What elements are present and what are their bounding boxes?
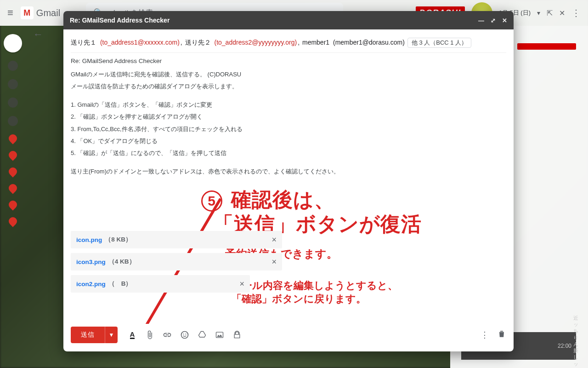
gmail-logo[interactable]: M Gmail [21, 6, 60, 19]
recipients-row[interactable]: 送り先１ (to_address1@xxxxxx.com), 送り先２ (to_… [71, 35, 506, 53]
attachment-chip[interactable]: icon2.png （ B） × [71, 275, 250, 293]
compose-toolbar: 送信 ▼ A ⋮ [63, 324, 514, 351]
gmail-m-icon: M [21, 6, 34, 19]
svg-point-2 [181, 332, 188, 339]
attachment-size: （4 KB） [108, 258, 136, 266]
send-button-group: 送信 ▼ [71, 327, 118, 343]
event-time: 22:00 [558, 343, 571, 349]
svg-point-3 [183, 334, 184, 334]
discard-icon[interactable] [497, 329, 506, 341]
attachment-size: （ B） [108, 280, 132, 288]
attachment-list: icon.png （8 KB） × icon3.png （4 KB） × ico… [71, 231, 506, 293]
rail-label-icon[interactable] [7, 132, 18, 144]
rail-label-icon[interactable] [7, 166, 18, 177]
rail-item[interactable] [8, 61, 18, 71]
annotation-step-number: 5 [201, 190, 222, 212]
more-options-icon[interactable]: ⋮ [481, 330, 489, 340]
image-icon[interactable] [215, 330, 224, 339]
recipient-email: (to_address2@yyyyyyyy.org) [215, 39, 297, 46]
other-recipients-badge[interactable]: 他 3 人（BCC 1 人） [407, 38, 471, 48]
recipient-email: (member1@dorasu.com) [333, 39, 405, 46]
rail-label-icon[interactable] [7, 182, 18, 194]
minimize-icon[interactable]: — [478, 17, 484, 24]
remove-attachment-icon[interactable]: × [239, 279, 244, 289]
attachment-chip[interactable]: icon3.png （4 KB） × [71, 253, 282, 270]
rail-label-icon[interactable] [7, 215, 18, 227]
back-arrow-icon[interactable]: ← [33, 29, 43, 40]
compose-fab[interactable] [4, 34, 22, 52]
attachment-size: （8 KB） [105, 236, 132, 244]
close-icon[interactable]: ✕ [559, 9, 565, 17]
attachment-name: icon3.png [76, 259, 106, 265]
rail-label-icon[interactable] [7, 149, 18, 161]
send-button[interactable]: 送信 [71, 327, 105, 343]
popout-icon[interactable]: ⇱ [547, 9, 553, 17]
create-bar[interactable] [517, 43, 576, 50]
attachment-name: icon.png [76, 236, 102, 243]
attachment-chip[interactable]: icon.png （8 KB） × [71, 231, 282, 248]
rail-item[interactable] [8, 116, 18, 126]
link-icon[interactable] [163, 330, 172, 339]
format-icon[interactable]: A [128, 330, 137, 339]
menu-icon[interactable]: ≡ [7, 7, 13, 19]
recipient-email: (to_address1@xxxxxx.com) [100, 39, 180, 46]
gmail-text: Gmail [36, 8, 60, 18]
rail-item[interactable] [8, 98, 18, 108]
dialog-titlebar[interactable]: Re: GMailSend Address Checker — ⤢ ✕ [63, 11, 514, 29]
send-more-button[interactable]: ▼ [105, 327, 118, 343]
dialog-title: Re: GMailSend Address Checker [70, 17, 170, 24]
compose-dialog: Re: GMailSend Address Checker — ⤢ ✕ 送り先１… [63, 11, 514, 351]
remove-attachment-icon[interactable]: × [271, 235, 277, 245]
close-icon[interactable]: ✕ [502, 17, 507, 24]
kebab-icon[interactable]: ⋮ [571, 7, 581, 18]
mail-body[interactable]: GMailのメール送信時に宛先を確認後、送信する。 (C)DORASU メール誤… [71, 68, 506, 179]
svg-point-4 [186, 334, 187, 334]
left-rail [0, 26, 26, 368]
side-vertical-text: 近ッちりん新しッ [573, 315, 588, 368]
emoji-icon[interactable] [180, 330, 189, 339]
rail-item[interactable] [8, 79, 18, 89]
attach-icon[interactable] [145, 330, 154, 339]
rail-label-icon[interactable] [7, 199, 18, 210]
remove-attachment-icon[interactable]: × [271, 257, 277, 267]
drive-icon[interactable] [198, 330, 207, 339]
chevron-down-icon[interactable]: ▾ [537, 9, 540, 17]
attachment-name: icon2.png [76, 281, 106, 288]
restore-icon[interactable]: ⤢ [491, 17, 496, 24]
confidential-icon[interactable] [232, 330, 242, 339]
subject-row[interactable]: Re: GMailSend Address Checker [71, 53, 506, 68]
